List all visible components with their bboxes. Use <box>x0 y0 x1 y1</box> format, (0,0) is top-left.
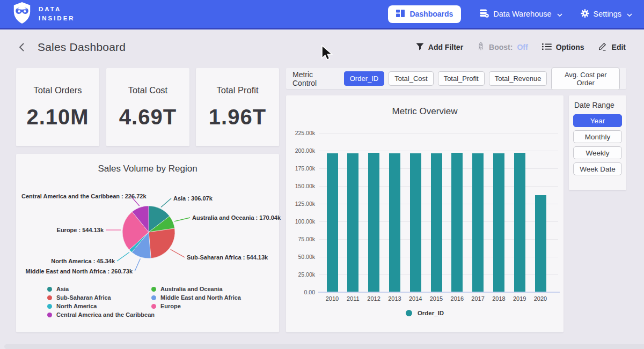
page-title: Sales Dashboard <box>38 41 126 54</box>
settings-menu[interactable]: Settings <box>581 9 632 19</box>
navbar-menu: Dashboards Data Warehouse <box>388 5 632 23</box>
bar-2012[interactable] <box>368 153 379 292</box>
page-header: Sales Dashboard Add Filter Boost: Off <box>0 29 644 65</box>
dashboards-label: Dashboards <box>409 10 453 18</box>
owl-logo-icon <box>12 2 32 26</box>
bar-2011[interactable] <box>347 153 358 292</box>
date-range-year-button[interactable]: Year <box>573 114 622 127</box>
edit-label: Edit <box>612 43 626 51</box>
metric-option-order-id[interactable]: Order_ID <box>344 71 384 86</box>
date-range-week-date-button[interactable]: Week Date <box>573 162 622 175</box>
y-axis-tick-label: 125.00k <box>286 201 315 207</box>
options-label: Options <box>556 43 584 51</box>
settings-label: Settings <box>594 10 621 18</box>
pie-callout-north-america: North America : 45.34k <box>24 258 115 264</box>
kpi-value: 4.69T <box>119 105 177 129</box>
bar-2013[interactable] <box>389 153 400 292</box>
gridline <box>319 151 558 151</box>
metric-control-label: Metric Control <box>292 70 335 87</box>
y-axis-tick-label: 200.00k <box>286 147 315 154</box>
legend-item[interactable]: Sub-Saharan Africa <box>47 294 151 301</box>
y-axis-tick-label: 25.00k <box>286 271 315 278</box>
x-axis-tick-label: 2016 <box>447 295 468 302</box>
metric-option-total-profit[interactable]: Total_Profit <box>438 71 485 86</box>
legend-label: North America <box>56 303 97 309</box>
header-actions: Add Filter Boost: Off <box>416 42 626 53</box>
pie-legend: Asia Sub-Saharan Africa North America Ce… <box>47 286 241 318</box>
metric-option-total-revenue[interactable]: Total_Revenue <box>489 71 547 86</box>
legend-dot <box>151 304 156 309</box>
legend-label: Asia <box>56 286 69 292</box>
pie-slice[interactable] <box>149 228 175 258</box>
legend-label: Europe <box>160 303 181 309</box>
x-axis-tick-label: 2010 <box>321 295 343 302</box>
top-navbar: DATA INSIDER Dashboards <box>0 0 644 29</box>
legend-dot <box>151 295 156 300</box>
bar-2010[interactable] <box>327 153 338 292</box>
x-axis-tick-label: 2011 <box>342 295 364 302</box>
data-warehouse-label: Data Warehouse <box>493 10 551 18</box>
legend-item[interactable]: Australia and Oceania <box>151 286 241 292</box>
bar-chart-legend[interactable]: Order_ID <box>286 310 564 316</box>
kpi-card-total-cost: Total Cost 4.69T <box>106 68 189 146</box>
bar-2016[interactable] <box>451 153 463 292</box>
chevron-down-icon <box>627 10 632 18</box>
y-axis-tick-label: 100.00k <box>286 218 315 225</box>
kpi-value: 2.10M <box>26 105 89 129</box>
kpi-card-total-profit: Total Profit 1.96T <box>196 68 279 146</box>
legend-dot <box>47 295 52 300</box>
x-axis-tick-label: 2018 <box>488 295 509 302</box>
edit-button[interactable]: Edit <box>598 42 626 53</box>
bar-2019[interactable] <box>514 153 525 292</box>
pie-callout-australia-oceania: Australia and Oceania : 170.04k <box>192 214 281 221</box>
pencil-icon <box>598 42 608 53</box>
x-axis-tick-label: 2014 <box>405 295 426 302</box>
dashboards-button[interactable]: Dashboards <box>388 5 461 23</box>
bar-2020[interactable] <box>535 195 546 292</box>
metric-option-total-cost[interactable]: Total_Cost <box>389 71 433 86</box>
legend-label: Middle East and North Africa <box>160 294 241 301</box>
legend-item[interactable]: Asia <box>47 286 151 292</box>
back-button[interactable] <box>18 42 26 52</box>
metric-option-avg-cost-per-order[interactable]: Avg. Cost per Order <box>551 68 620 90</box>
legend-item[interactable]: Europe <box>151 303 241 309</box>
bar-2014[interactable] <box>410 153 421 292</box>
legend-item[interactable]: Middle East and North Africa <box>151 294 241 301</box>
sales-dashboard-screen: DATA INSIDER Dashboards <box>0 0 644 349</box>
bar-2018[interactable] <box>493 153 504 292</box>
date-range-weekly-button[interactable]: Weekly <box>573 146 622 159</box>
gear-icon <box>581 9 589 19</box>
date-range-label: Date Range <box>574 101 622 109</box>
legend-dot <box>47 304 52 309</box>
x-axis-tick-label: 2019 <box>509 295 530 302</box>
filter-funnel-icon <box>416 43 424 52</box>
add-filter-button[interactable]: Add Filter <box>416 43 463 52</box>
brand-line1: DATA <box>39 5 75 14</box>
y-axis-tick-label: 50.00k <box>286 254 315 260</box>
options-button[interactable]: Options <box>542 43 584 52</box>
metric-control-bar: Metric Control Order_ID Total_Cost Total… <box>286 68 626 89</box>
pie-callout-europe: Europe : 544.13k <box>23 227 104 233</box>
kpi-value: 1.96T <box>209 105 266 129</box>
date-range-monthly-button[interactable]: Monthly <box>573 130 622 143</box>
horizontal-scrollbar[interactable] <box>4 344 644 349</box>
add-filter-label: Add Filter <box>428 43 463 51</box>
bar-chart-title: Metric Overview <box>286 106 564 117</box>
bar-2015[interactable] <box>431 153 442 292</box>
boost-toggle[interactable]: Boost: Off <box>477 42 528 53</box>
x-axis-tick-label: 2015 <box>426 295 447 302</box>
legend-dot <box>47 287 52 292</box>
data-warehouse-menu[interactable]: Data Warehouse <box>479 9 562 19</box>
legend-label: Sub-Saharan Africa <box>56 294 111 301</box>
options-list-icon <box>542 43 552 52</box>
legend-item[interactable]: North America <box>47 303 151 309</box>
legend-item[interactable]: Central America and the Caribbean <box>47 311 151 318</box>
kpi-card-total-orders: Total Orders 2.10M <box>16 68 99 146</box>
y-axis-tick-label: 75.00k <box>286 236 315 242</box>
kpi-label: Total Cost <box>128 85 167 95</box>
brand-text: DATA INSIDER <box>39 5 75 23</box>
brand[interactable]: DATA INSIDER <box>12 2 75 26</box>
bar-2017[interactable] <box>472 153 484 292</box>
pie-chart[interactable] <box>116 200 181 264</box>
dashboards-grid-icon <box>396 10 405 19</box>
